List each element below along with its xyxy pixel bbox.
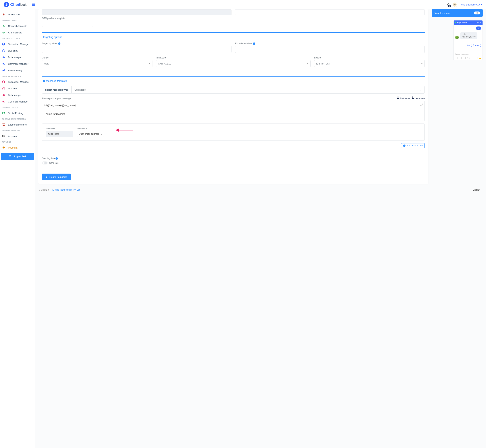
sidebar-item-label: Appsumo [8, 135, 18, 138]
sidebar-item-ig-comment[interactable]: Comment Manager [0, 98, 35, 105]
sidebar-item-social-posting[interactable]: Social Posting [0, 110, 35, 116]
section-posting-tools: POSTING TOOLS [0, 105, 35, 110]
camera-icon[interactable] [475, 57, 478, 59]
logo-text: Cheifbot [10, 2, 26, 7]
exclude-by-input[interactable] [235, 46, 425, 53]
chevron-down-icon [149, 63, 150, 65]
otn-label: OTN postback template [38, 17, 428, 20]
sticker-icon[interactable] [459, 57, 462, 59]
add-more-button[interactable]: +Add more button [401, 143, 425, 148]
sidebar-item-broadcasting[interactable]: Broadcasting [0, 67, 35, 74]
sidebar-item-label: Live chat [8, 49, 17, 52]
message-type-select[interactable]: Select message type Quick reply [42, 86, 425, 94]
sidebar-item-ig-botmanager[interactable]: Bot manager [0, 92, 35, 98]
chat-input[interactable]: Type a message... [454, 52, 483, 56]
info-icon[interactable]: i [253, 42, 255, 45]
button-text-input[interactable]: Click Here [46, 131, 73, 137]
message-line: Thanks for reaching [44, 112, 422, 116]
online-dot-icon [455, 22, 456, 23]
send-icon [2, 69, 6, 72]
sidebar-item-connect-accounts[interactable]: Connect Accounts [0, 23, 35, 29]
quick-reply-cool[interactable]: Cool [473, 44, 481, 47]
sidebar-item-label: Bot manager [8, 56, 22, 59]
sidebar-item-label: Subscriber Manager [8, 43, 29, 46]
attachment-icon[interactable] [471, 57, 474, 59]
create-campaign-button[interactable]: Create Campaign [42, 174, 71, 180]
pill-option-1[interactable] [42, 9, 232, 15]
center-card: OTN postback template Targeting options … [38, 9, 428, 184]
sidebar: Dashboard INTEGRATIONS Connect Accounts … [0, 9, 35, 448]
language-switch[interactable]: English [473, 189, 482, 191]
person-icon [397, 97, 399, 99]
sidebar-item-fb-subscriber[interactable]: Subscriber Manager [0, 41, 35, 47]
button-text-label: Button text [46, 127, 73, 129]
section-ecommerce: ECOMMERCE FEATURES [0, 116, 35, 121]
logo[interactable]: Cheifbot [4, 2, 26, 7]
plus-circle-icon: + [403, 144, 406, 147]
button-config-block: Button text Click Here Button type User … [42, 123, 425, 141]
sidebar-item-label: Dashboard [8, 13, 20, 16]
targeting-title: Targeting options [42, 36, 425, 39]
user-circle-icon [2, 42, 6, 46]
sidebar-item-dashboard[interactable]: Dashboard [0, 11, 35, 18]
message-line: Hi {{first_name}} {{last_name}} [44, 103, 422, 107]
info-icon[interactable]: i [58, 42, 60, 45]
svg-rect-11 [3, 125, 5, 125]
sidebar-item-api-channels[interactable]: API channels [0, 29, 35, 36]
badge-icon [2, 134, 6, 138]
svg-point-1 [3, 43, 4, 44]
info-icon[interactable]: i [55, 157, 58, 160]
support-desk-button[interactable]: Support desk [1, 153, 34, 160]
gear-icon[interactable]: ✿ [477, 22, 478, 24]
otn-input[interactable] [42, 21, 93, 27]
target-by-input[interactable] [42, 46, 232, 53]
avatar[interactable]: Trend [452, 2, 457, 7]
hamburger-icon[interactable] [32, 3, 35, 7]
sidebar-item-ecommerce-store[interactable]: Ecommerce store [0, 121, 35, 128]
quick-reply-fine[interactable]: Fine [465, 44, 472, 47]
sidebar-item-appsumo[interactable]: Appsumo [0, 133, 35, 139]
send-later-label: Send later [49, 162, 59, 164]
chat-message-in: Hello,How are you ??? [460, 32, 478, 39]
chevron-down-icon [420, 89, 422, 91]
timezone-label: Time Zone [156, 56, 311, 59]
sidebar-item-fb-livechat[interactable]: Live chat [0, 47, 35, 54]
svg-point-9 [4, 95, 4, 95]
close-icon[interactable]: ✕ [480, 22, 481, 24]
gender-select[interactable]: Male [42, 60, 152, 67]
targeted-reach-label: Targeted reach [434, 12, 450, 15]
chat-message-out: hi [476, 26, 481, 30]
emoji-icon[interactable] [420, 103, 423, 106]
reply-icon [2, 62, 6, 66]
sidebar-item-label: Ecommerce store [8, 123, 27, 126]
notification-bell-icon[interactable]: 0 [447, 3, 450, 7]
button-type-select[interactable]: User email address [77, 131, 104, 137]
insert-first-name-button[interactable]: First name [397, 97, 410, 100]
chat-page-name: Page Name [457, 22, 467, 24]
footer: © CheifBot · iCollab Technologies Pvt Lt… [35, 184, 486, 196]
paper-plane-icon [45, 176, 48, 178]
annotation-arrow [115, 128, 133, 131]
thumbs-up-icon[interactable]: 👍 [479, 57, 481, 59]
sidebar-item-fb-botmanager[interactable]: Bot manager [0, 54, 35, 60]
insert-last-name-button[interactable]: Last name [412, 97, 425, 100]
sidebar-item-ig-livechat[interactable]: Live chat [0, 85, 35, 92]
gender-label: Gender [42, 56, 152, 59]
gif-icon[interactable] [463, 57, 466, 59]
timezone-select[interactable]: GMT +11.00 [156, 60, 311, 67]
emoji-icon[interactable] [467, 57, 470, 59]
robot-icon [2, 55, 6, 59]
sidebar-item-ig-subscriber[interactable]: Subscriber Manager [0, 79, 35, 85]
locale-select[interactable]: English (US) [314, 60, 425, 67]
sidebar-item-payment[interactable]: Payment [0, 144, 35, 151]
sidebar-item-fb-comment[interactable]: Comment Manager [0, 60, 35, 67]
file-icon [43, 80, 45, 82]
send-later-toggle[interactable] [42, 161, 47, 164]
image-icon[interactable] [455, 57, 458, 59]
targeted-reach-bar: Targeted reach 0 [431, 9, 483, 17]
message-textarea[interactable]: Hi {{first_name}} {{last_name}} Thanks f… [42, 101, 425, 121]
footer-company-link[interactable]: iCollab Technologies Pvt Ltd [52, 189, 80, 191]
svg-rect-7 [3, 95, 5, 96]
account-switch[interactable]: Trend Business CO [459, 3, 482, 6]
pill-option-2[interactable] [235, 9, 425, 15]
